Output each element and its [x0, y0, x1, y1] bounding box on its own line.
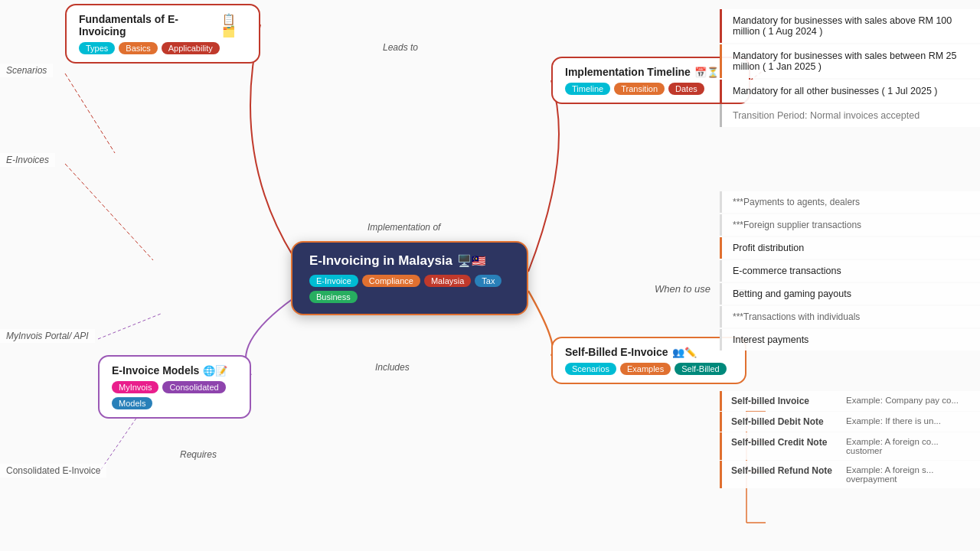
tag-scenarios[interactable]: Scenarios — [565, 363, 616, 375]
tag-business[interactable]: Business — [309, 291, 358, 303]
tag-timeline[interactable]: Timeline — [565, 83, 610, 95]
self-billed-item-refund: Self-billed Refund Note Example: A forei… — [720, 461, 980, 488]
implementation-of-label: Implementation of — [368, 222, 440, 233]
implementation-title: Implementation Timeline 📅⏳ — [565, 66, 737, 78]
tag-transition[interactable]: Transition — [614, 83, 665, 95]
tag-malaysia[interactable]: Malaysia — [424, 275, 471, 287]
models-title: E-Invoice Models 🌐📝 — [112, 364, 237, 377]
models-tags: MyInvois Consolidated Models — [112, 381, 237, 409]
leads-to-label: Leads to — [383, 42, 418, 53]
tag-myinvois[interactable]: MyInvois — [112, 381, 158, 393]
fundamentals-tags: Types Basics Applicability — [79, 42, 247, 54]
myinvois-portal-label: MyInvois Portal/ API — [0, 329, 95, 343]
tag-basics[interactable]: Basics — [119, 42, 157, 54]
consolidated-label: Consolidated E-Invoice — [0, 464, 106, 478]
includes-label: Includes — [375, 362, 410, 373]
top-right-panel: Mandatory for businesses with sales abov… — [720, 8, 980, 129]
tag-types[interactable]: Types — [79, 42, 115, 54]
when-item-profit: Profit distribution — [720, 237, 980, 259]
when-item-interest: Interest payments — [720, 329, 980, 350]
central-title: E-Invoicing in Malaysia 🖥️🇲🇾 — [309, 253, 510, 269]
self-billed-section: Self-billed Invoice Example: Company pay… — [720, 390, 980, 489]
tag-einvoice[interactable]: E-Invoice — [309, 275, 358, 287]
self-billed-title: Self-Billed E-Invoice 👥✏️ — [565, 346, 733, 358]
mandatory-item-1: Mandatory for businesses with sales abov… — [720, 9, 980, 43]
central-tags: E-Invoice Compliance Malaysia Tax Busine… — [309, 275, 510, 303]
self-billed-tags: Scenarios Examples Self-Billed — [565, 363, 733, 375]
self-billed-item-invoice: Self-billed Invoice Example: Company pay… — [720, 391, 980, 411]
transition-item: Transition Period: Normal invoices accep… — [720, 104, 980, 127]
implementation-tags: Timeline Transition Dates — [565, 83, 737, 95]
scenarios-label: Scenarios — [0, 64, 53, 77]
implementation-icon: 📅⏳ — [694, 67, 719, 78]
tag-tax[interactable]: Tax — [475, 275, 501, 287]
tag-consolidated[interactable]: Consolidated — [162, 381, 225, 393]
self-billed-item-credit: Self-billed Credit Note Example: A forei… — [720, 432, 980, 460]
tag-self-billed[interactable]: Self-Billed — [675, 363, 727, 375]
tag-dates[interactable]: Dates — [668, 83, 704, 95]
fundamentals-icon: 📋🗂️ — [222, 13, 247, 37]
self-billed-item-debit: Self-billed Debit Note Example: If there… — [720, 412, 980, 432]
when-item-1: ***Payments to agents, dealers — [720, 191, 980, 213]
when-to-use-label: When to use — [655, 283, 710, 295]
self-billed-node[interactable]: Self-Billed E-Invoice 👥✏️ Scenarios Exam… — [551, 337, 746, 384]
models-node[interactable]: E-Invoice Models 🌐📝 MyInvois Consolidate… — [98, 355, 251, 419]
when-item-ecommerce: E-commerce transactions — [720, 260, 980, 282]
einvoices-label: E-Invoices — [0, 153, 55, 167]
when-item-2: ***Foreign supplier transactions — [720, 214, 980, 236]
when-item-5: ***Transactions with individuals — [720, 306, 980, 328]
mandatory-item-3: Mandatory for all other businesses ( 1 J… — [720, 80, 980, 103]
mandatory-item-2: Mandatory for businesses with sales betw… — [720, 44, 980, 78]
models-icon: 🌐📝 — [203, 365, 227, 377]
central-icon: 🖥️🇲🇾 — [457, 254, 486, 268]
self-billed-icon: 👥✏️ — [672, 347, 697, 358]
when-to-use-panel: ***Payments to agents, dealers ***Foreig… — [720, 190, 980, 352]
tag-examples[interactable]: Examples — [620, 363, 671, 375]
tag-models[interactable]: Models — [112, 397, 152, 409]
central-node[interactable]: E-Invoicing in Malaysia 🖥️🇲🇾 E-Invoice C… — [291, 241, 528, 315]
when-item-betting: Betting and gaming payouts — [720, 283, 980, 305]
mind-map-canvas: Scenarios E-Invoices MyInvois Portal/ AP… — [0, 0, 980, 551]
fundamentals-title: Fundamentals of E-Invoicing 📋🗂️ — [79, 13, 247, 37]
tag-applicability[interactable]: Applicability — [162, 42, 220, 54]
tag-compliance[interactable]: Compliance — [362, 275, 420, 287]
fundamentals-node[interactable]: Fundamentals of E-Invoicing 📋🗂️ Types Ba… — [65, 4, 260, 64]
requires-label: Requires — [180, 449, 217, 460]
